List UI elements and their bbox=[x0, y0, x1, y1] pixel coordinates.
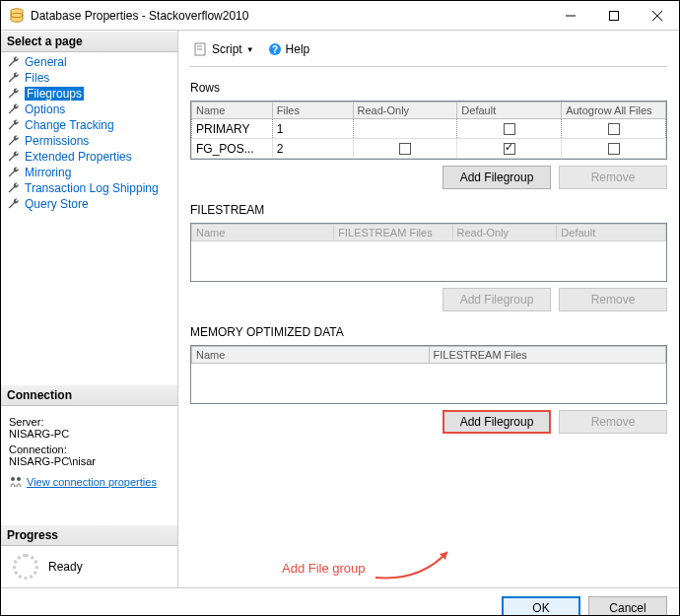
column-header[interactable]: Name bbox=[192, 347, 430, 364]
sidebar-item-label: Filegroups bbox=[25, 87, 84, 101]
connection-value: NISARG-PC\nisar bbox=[9, 455, 170, 467]
sidebar-item-permissions[interactable]: Permissions bbox=[1, 133, 177, 149]
table-cell[interactable] bbox=[562, 139, 666, 159]
script-button[interactable]: Script ▼ bbox=[190, 40, 258, 58]
content-panel: Script ▼ ? Help Rows NameFilesRead-OnlyD… bbox=[178, 31, 679, 587]
progress-status: Ready bbox=[48, 560, 83, 574]
column-header: Read-Only bbox=[452, 225, 557, 241]
column-header[interactable]: Name bbox=[192, 103, 273, 119]
page-nav: GeneralFilesFilegroupsOptionsChange Trac… bbox=[1, 52, 177, 214]
column-header: Name bbox=[192, 225, 334, 241]
sidebar-item-files[interactable]: Files bbox=[1, 70, 177, 86]
connection-header: Connection bbox=[1, 384, 177, 406]
sidebar-item-label: Permissions bbox=[25, 134, 89, 148]
help-label: Help bbox=[286, 42, 310, 56]
column-header[interactable]: Files bbox=[272, 103, 353, 119]
script-icon bbox=[194, 42, 208, 56]
sidebar-item-mirroring[interactable]: Mirroring bbox=[1, 165, 177, 180]
titlebar: Database Properties - Stackoverflow2010 bbox=[1, 1, 679, 31]
database-icon bbox=[9, 8, 25, 24]
table-row[interactable]: PRIMARY1 bbox=[192, 119, 666, 139]
connection-icon bbox=[9, 475, 23, 489]
select-page-header: Select a page bbox=[1, 31, 177, 52]
table-cell[interactable] bbox=[562, 119, 666, 139]
annotation-arrow-icon bbox=[371, 540, 459, 583]
toolbar: Script ▼ ? Help bbox=[190, 38, 667, 67]
left-panel: Select a page GeneralFilesFilegroupsOpti… bbox=[1, 31, 178, 587]
sidebar-item-label: Files bbox=[25, 71, 49, 85]
table-cell[interactable]: 1 bbox=[272, 119, 353, 139]
sidebar-item-change-tracking[interactable]: Change Tracking bbox=[1, 117, 177, 133]
sidebar-item-filegroups[interactable]: Filegroups bbox=[1, 86, 177, 102]
window-title: Database Properties - Stackoverflow2010 bbox=[31, 9, 549, 23]
table-cell[interactable] bbox=[457, 139, 562, 159]
table-cell[interactable]: FG_POS... bbox=[192, 139, 273, 159]
memopt-add-filegroup-button[interactable]: Add Filegroup bbox=[442, 410, 551, 434]
minimize-button[interactable] bbox=[549, 1, 592, 31]
ok-button[interactable]: OK bbox=[502, 596, 580, 617]
sidebar-item-label: Extended Properties bbox=[25, 150, 132, 164]
checkbox[interactable] bbox=[608, 123, 620, 135]
column-header[interactable]: Default bbox=[457, 103, 562, 119]
chevron-down-icon[interactable]: ▼ bbox=[246, 45, 254, 54]
column-header[interactable]: Read-Only bbox=[353, 103, 457, 119]
column-header: FILESTREAM Files bbox=[334, 225, 452, 241]
cancel-button[interactable]: Cancel bbox=[588, 596, 667, 617]
sidebar-item-label: Query Store bbox=[25, 197, 89, 211]
sidebar-item-label: Mirroring bbox=[25, 166, 71, 179]
sidebar-item-transaction-log-shipping[interactable]: Transaction Log Shipping bbox=[1, 180, 177, 196]
rows-add-filegroup-button[interactable]: Add Filegroup bbox=[442, 166, 551, 189]
sidebar-item-query-store[interactable]: Query Store bbox=[1, 196, 177, 212]
checkbox[interactable] bbox=[608, 143, 620, 155]
sidebar-item-general[interactable]: General bbox=[1, 54, 177, 70]
column-header[interactable]: Autogrow All Files bbox=[562, 103, 666, 119]
rows-grid[interactable]: NameFilesRead-OnlyDefaultAutogrow All Fi… bbox=[190, 101, 667, 160]
column-header: Default bbox=[557, 225, 666, 241]
server-label: Server: bbox=[9, 416, 170, 428]
table-cell[interactable] bbox=[353, 139, 457, 159]
filestream-add-filegroup-button: Add Filegroup bbox=[442, 288, 551, 311]
sidebar-item-extended-properties[interactable]: Extended Properties bbox=[1, 149, 177, 165]
close-button[interactable] bbox=[636, 1, 679, 31]
sidebar-item-label: Change Tracking bbox=[25, 118, 114, 132]
sidebar-item-label: Transaction Log Shipping bbox=[25, 181, 159, 195]
dialog-footer: OK Cancel bbox=[1, 587, 679, 616]
memopt-grid[interactable]: NameFILESTREAM Files bbox=[190, 345, 667, 404]
table-cell[interactable]: PRIMARY bbox=[192, 119, 273, 139]
script-label: Script bbox=[212, 42, 242, 56]
table-row[interactable]: FG_POS...2 bbox=[192, 139, 666, 159]
rows-remove-button: Remove bbox=[559, 166, 667, 189]
svg-rect-3 bbox=[610, 11, 619, 20]
sidebar-item-label: Options bbox=[25, 103, 65, 116]
checkbox[interactable] bbox=[504, 123, 515, 135]
progress-ring-icon bbox=[13, 554, 38, 580]
svg-point-6 bbox=[11, 477, 15, 481]
sidebar-item-label: General bbox=[25, 55, 67, 69]
svg-point-7 bbox=[17, 477, 21, 481]
rows-title: Rows bbox=[190, 81, 667, 95]
checkbox[interactable] bbox=[399, 143, 411, 155]
sidebar-item-options[interactable]: Options bbox=[1, 102, 177, 117]
table-cell[interactable] bbox=[353, 119, 457, 139]
server-value: NISARG-PC bbox=[9, 428, 170, 440]
connection-label: Connection: bbox=[9, 444, 170, 455]
memopt-remove-button: Remove bbox=[559, 410, 667, 434]
annotation-text: Add File group bbox=[282, 561, 366, 576]
help-icon: ? bbox=[268, 42, 282, 56]
maximize-button[interactable] bbox=[592, 1, 636, 31]
table-cell[interactable] bbox=[457, 119, 562, 139]
progress-header: Progress bbox=[1, 524, 177, 546]
help-button[interactable]: ? Help bbox=[264, 40, 314, 58]
checkbox[interactable] bbox=[504, 143, 515, 155]
filestream-remove-button: Remove bbox=[559, 288, 667, 311]
svg-text:?: ? bbox=[272, 44, 278, 55]
memopt-title: MEMORY OPTIMIZED DATA bbox=[190, 325, 667, 339]
table-cell[interactable]: 2 bbox=[272, 139, 353, 159]
filestream-grid[interactable]: NameFILESTREAM FilesRead-OnlyDefault bbox=[190, 223, 667, 282]
filestream-title: FILESTREAM bbox=[190, 203, 667, 217]
column-header[interactable]: FILESTREAM Files bbox=[429, 347, 666, 364]
view-connection-properties-link[interactable]: View connection properties bbox=[27, 476, 157, 488]
